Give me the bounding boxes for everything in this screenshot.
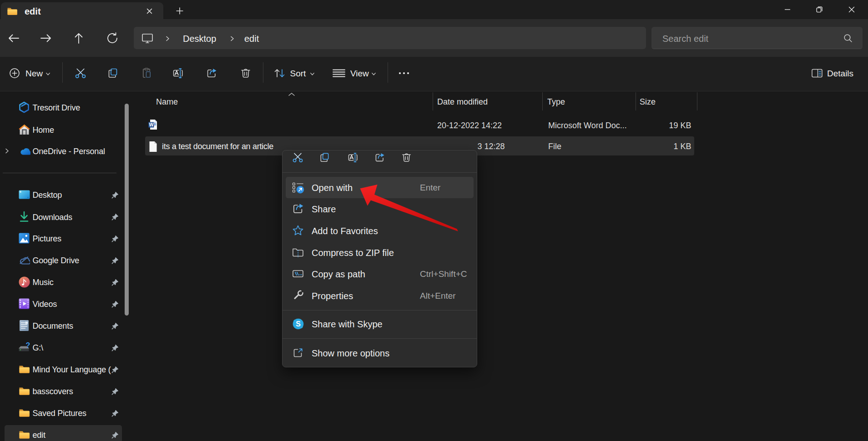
svg-text:S: S (296, 320, 301, 328)
svg-text:?: ? (26, 341, 30, 349)
svg-text:W: W (149, 122, 154, 127)
